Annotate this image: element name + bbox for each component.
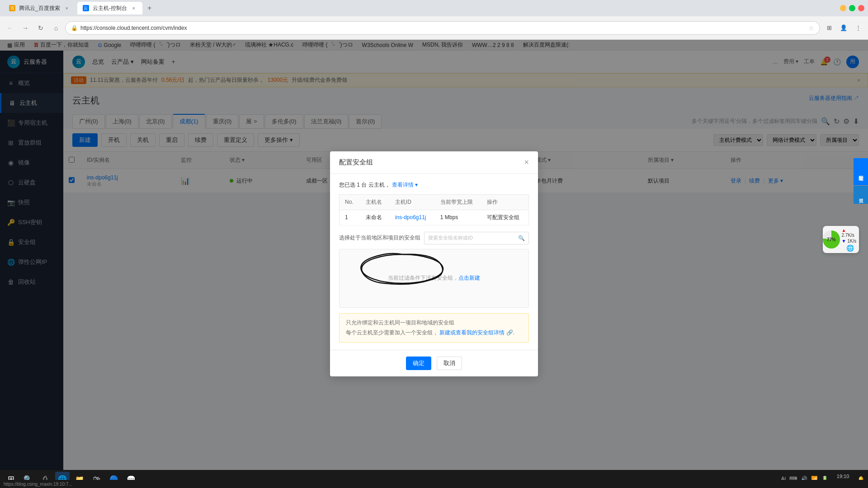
lock-icon: 🔒 <box>71 25 78 31</box>
tab-close-1[interactable]: × <box>64 5 70 11</box>
host-table: No. 主机名 主机ID 当前带宽上限 操作 1 未命名 ins-dpo6g11… <box>339 194 529 225</box>
host-table-row: 1 未命名 ins-dpo6g11j 1 Mbps 可配置安全组 <box>340 210 529 225</box>
host-no: 1 <box>340 210 361 225</box>
sg-search-placeholder: 搜索安全组名称或ID <box>428 235 473 241</box>
modal-body: 您已选 1 台 云主机， 查看详情 ▾ No. 主机名 主机ID 当前带宽上限 … <box>330 174 538 350</box>
network-usage-circle: 77% <box>823 230 840 249</box>
modal-close-button[interactable]: × <box>524 158 529 167</box>
notice-line2-prefix: 每个云主机至少需要加入一个安全组， <box>346 329 438 336</box>
modal-overlay[interactable]: 配置安全组 × 您已选 1 台 云主机， 查看详情 ▾ No. 主机名 主机ID… <box>0 40 868 488</box>
tab-baidu-search[interactable]: 百 腾讯云_百度搜索 × <box>4 2 75 14</box>
selected-info: 您已选 1 台 云主机， 查看详情 ▾ <box>339 181 529 189</box>
sg-search-icon: 🔍 <box>518 235 525 241</box>
notice-line2: 每个云主机至少需要加入一个安全组， 新建或查看我的安全组详情 🔗. <box>346 328 522 338</box>
host-action: 可配置安全组 <box>481 210 528 225</box>
confirm-button[interactable]: 确定 <box>406 357 431 370</box>
notice-box: 只允许绑定和云主机同一项目和地域的安全组 每个云主机至少需要加入一个安全组， 新… <box>339 313 529 343</box>
close-button[interactable] <box>858 5 864 11</box>
modal-header: 配置安全组 × <box>330 151 538 174</box>
refresh-button[interactable]: ↻ <box>34 22 47 34</box>
new-tab-button[interactable]: + <box>144 3 155 14</box>
tab-title-1: 腾讯云_百度搜索 <box>19 5 60 12</box>
sg-search-label: 选择处于当前地区和项目的安全组 <box>339 234 420 242</box>
right-assist-button[interactable]: 智能客服 <box>854 158 868 185</box>
configure-security-group-modal: 配置安全组 × 您已选 1 台 云主机， 查看详情 ▾ No. 主机名 主机ID… <box>330 151 538 376</box>
sg-new-link[interactable]: 点击新建 <box>458 275 480 281</box>
notice-sg-link[interactable]: 新建或查看我的安全组详情 <box>439 329 505 336</box>
home-button[interactable]: ⌂ <box>50 22 62 34</box>
forward-button[interactable]: → <box>19 22 32 34</box>
notice-line2-suffix: 🔗. <box>506 329 514 336</box>
modal-footer: 确定 取消 <box>330 350 538 376</box>
host-col-id: 主机ID <box>390 194 435 210</box>
extensions-icon[interactable]: ⊞ <box>823 22 835 34</box>
notice-line1: 只允许绑定和云主机同一项目和地域的安全组 <box>346 318 522 328</box>
host-id: ins-dpo6g11j <box>390 210 435 225</box>
tab-favicon-2: 云 <box>83 5 89 11</box>
sg-search-row: 选择处于当前地区和项目的安全组 搜索安全组名称或ID 🔍 <box>339 232 529 244</box>
right-feedback-button[interactable]: 反馈 <box>854 186 868 204</box>
cancel-button[interactable]: 取消 <box>437 357 462 370</box>
modal-title: 配置安全组 <box>339 158 373 167</box>
bookmark-star-icon: ☆ <box>808 24 814 32</box>
url-text: https://console.cloud.tencent.com/cvm/in… <box>80 25 187 31</box>
tab-title-2: 云主机-控制台 <box>93 5 127 12</box>
sg-list-area: 当前过滤条件下没有安全组，点击新建 <box>339 249 529 308</box>
browser-toolbar: ← → ↻ ⌂ 🔒 https://console.cloud.tencent.… <box>0 16 868 40</box>
status-bar: https://blog.csing_maxin.19:10:7... <box>0 480 868 488</box>
address-bar[interactable]: 🔒 https://console.cloud.tencent.com/cvm/… <box>65 21 820 35</box>
host-name: 未命名 <box>360 210 390 225</box>
download-speed: ▼ 1K/s <box>842 239 859 244</box>
host-col-action: 操作 <box>481 194 528 210</box>
host-col-no: No. <box>340 194 361 210</box>
tab-close-2[interactable]: × <box>131 5 137 11</box>
view-detail-link[interactable]: 查看详情 ▾ <box>392 181 418 189</box>
browser-titlebar: 百 腾讯云_百度搜索 × 云 云主机-控制台 × + <box>0 0 868 16</box>
sg-empty-message: 当前过滤条件下没有安全组，点击新建 <box>388 274 480 282</box>
menu-icon[interactable]: ⋮ <box>852 22 864 34</box>
network-monitor-widget: 77% ▲ 2.7K/s ▼ 1K/s 🌐 <box>823 226 859 253</box>
tab-cvm-console[interactable]: 云 云主机-控制台 × <box>77 2 142 14</box>
network-stats: ▲ 2.7K/s ▼ 1K/s 🌐 <box>842 228 859 252</box>
maximize-button[interactable] <box>849 5 855 11</box>
status-url: https://blog.csing_maxin.19:10:7... <box>4 482 72 487</box>
sg-empty-text: 当前过滤条件下没有安全组， <box>388 275 458 281</box>
back-button[interactable]: ← <box>4 22 16 34</box>
host-bandwidth: 1 Mbps <box>435 210 482 225</box>
selected-count-text: 您已选 1 台 云主机， <box>339 181 390 189</box>
user-icon[interactable]: 👤 <box>837 22 850 34</box>
minimize-button[interactable] <box>840 5 846 11</box>
host-col-name: 主机名 <box>360 194 390 210</box>
upload-speed: ▲ 2.7K/s <box>842 228 859 238</box>
taskbar: ⊞ 🔍 ⎙ 🌐 📁 🛍 🔵 💬 Ai ⌨ 🔊 📶 🔋 19:10 2018/12… <box>0 470 868 488</box>
tab-favicon-1: 百 <box>9 5 15 11</box>
toolbar-icons: ⊞ 👤 ⋮ <box>823 22 864 34</box>
network-percent: 77% <box>827 237 836 242</box>
taskbar-time-display: 19:10 <box>832 474 854 479</box>
right-floating-panel: 智能客服 反馈 <box>854 158 868 204</box>
host-col-bandwidth: 当前带宽上限 <box>435 194 482 210</box>
network-globe-icon: 🌐 <box>842 244 859 252</box>
sg-search-input[interactable]: 搜索安全组名称或ID 🔍 <box>424 232 529 244</box>
